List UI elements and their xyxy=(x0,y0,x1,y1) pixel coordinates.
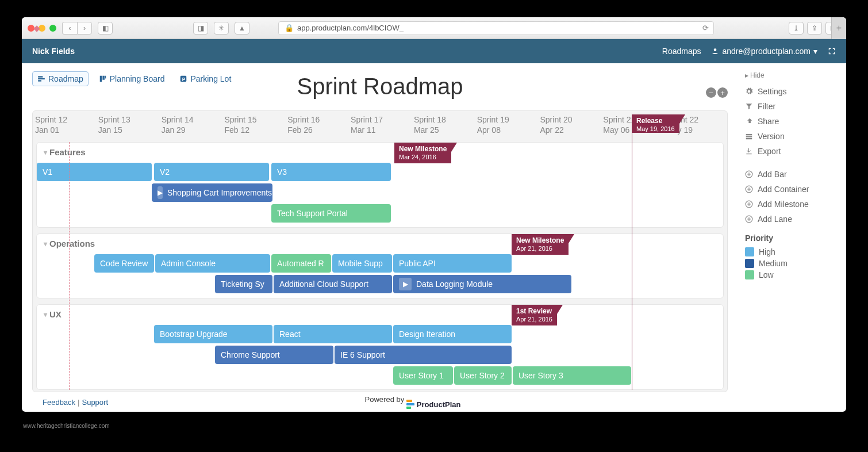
roadmap-bar[interactable]: Bootstrap Upgrade xyxy=(154,325,272,343)
sprint-header: Sprint 12Jan 01Sprint 13Jan 15Sprint 14J… xyxy=(33,111,727,139)
tab-parking-lot[interactable]: P Parking Lot xyxy=(175,72,236,86)
warning-icon[interactable]: ▲ xyxy=(235,22,249,35)
workspace-name: Nick Fields xyxy=(32,47,75,56)
new-tab-button[interactable]: + xyxy=(831,17,846,39)
bar-label: Tech Support Portal xyxy=(277,209,348,218)
svg-point-0 xyxy=(714,48,717,51)
extension-button[interactable]: ✳ xyxy=(214,22,229,35)
nav-roadmaps[interactable]: Roadmaps xyxy=(662,47,701,56)
lane-features: ▾ FeaturesNew MilestoneMar 24, 2016V1V2V… xyxy=(36,142,724,228)
bar-label: IE 6 Support xyxy=(340,350,385,359)
sprint-column: Sprint 20Apr 22 xyxy=(538,111,601,139)
sidebar-add-milestone[interactable]: Add Milestone xyxy=(745,197,838,212)
milestone[interactable]: New MilestoneApr 21, 2016 xyxy=(512,234,569,255)
roadmap-bar[interactable]: Tech Support Portal xyxy=(271,204,391,223)
roadmap-bar[interactable]: IE 6 Support xyxy=(335,346,512,364)
priority-legend-item: Medium xyxy=(745,258,838,269)
release-line xyxy=(632,114,632,390)
chevron-down-icon: ▾ xyxy=(44,311,47,319)
zoom-out-button[interactable]: − xyxy=(706,87,716,98)
svg-rect-3 xyxy=(38,80,41,81)
roadmap-bar[interactable]: Chrome Support xyxy=(215,346,333,364)
roadmap-bar[interactable]: Public API xyxy=(393,254,512,273)
parking-icon: P xyxy=(179,75,187,83)
bar-label: Public API xyxy=(399,259,436,268)
roadmap-bar[interactable]: Mobile Supp xyxy=(332,254,392,273)
tab-roadmap[interactable]: Roadmap xyxy=(32,71,89,86)
sidebar-version[interactable]: Version xyxy=(745,129,838,144)
milestone[interactable]: 1st ReviewApr 21, 2016 xyxy=(512,305,557,325)
roadmap-bar[interactable]: ▶Data Logging Module xyxy=(393,275,571,293)
lane-row: Tech Support Portal xyxy=(37,203,723,224)
bar-label: Ticketing Sy xyxy=(221,279,264,289)
roadmap-bar[interactable]: React xyxy=(274,325,392,343)
release-milestone[interactable]: Release May 19, 2016 xyxy=(632,114,679,133)
bar-label: Data Logging Module xyxy=(416,279,493,289)
sidebar-add-bar[interactable]: Add Bar xyxy=(745,167,838,182)
roadmap-bar[interactable]: V3 xyxy=(271,163,391,181)
chevron-down-icon: ▾ xyxy=(813,47,817,56)
lane-row: V1V2V3 xyxy=(37,162,723,182)
sprint-column: Sprint 14Jan 29 xyxy=(159,111,222,139)
bar-label: Code Review xyxy=(100,259,148,268)
sidebar-export[interactable]: Export xyxy=(745,144,838,159)
refresh-icon[interactable]: ⟳ xyxy=(702,24,709,32)
version-icon xyxy=(745,132,753,140)
address-bar[interactable]: 🔒 app.productplan.com/4lbCIOW_ ⟳ xyxy=(278,21,714,35)
milestone[interactable]: New MilestoneMar 24, 2016 xyxy=(394,143,451,163)
color-swatch xyxy=(745,259,754,268)
lane-header[interactable]: ▾ UX xyxy=(37,305,723,324)
roadmap-bar[interactable]: User Story 3 xyxy=(513,366,631,385)
lane-row: Ticketing SyAdditional Cloud Support▶Dat… xyxy=(37,274,723,294)
feedback-link[interactable]: Feedback xyxy=(43,398,75,407)
user-email: andre@productplan.com xyxy=(722,47,811,56)
lane-header[interactable]: ▾ Operations xyxy=(37,234,723,253)
roadmap-bar[interactable]: Design Iteration xyxy=(393,325,512,343)
sprint-column: Sprint 18Mar 25 xyxy=(412,111,475,139)
bar-label: User Story 3 xyxy=(519,371,563,380)
footer: Feedback | Support Powered by ProductPla… xyxy=(32,392,728,412)
hide-sidebar-button[interactable]: ▸ Hide xyxy=(745,71,838,79)
forward-button[interactable]: › xyxy=(77,22,92,35)
roadmap-bar[interactable]: V1 xyxy=(37,163,152,181)
roadmap-bar[interactable]: ▶Shopping Cart Improvements xyxy=(152,183,272,202)
sidebar-toggle-button[interactable]: ◧ xyxy=(98,22,113,35)
share-button[interactable]: ⇪ xyxy=(807,22,822,35)
sprint-column: Sprint 12Jan 01 xyxy=(33,111,96,139)
roadmap-bar[interactable]: V2 xyxy=(154,163,269,181)
sidebar-share[interactable]: Share xyxy=(745,114,838,129)
sprint-column: Sprint 13Jan 15 xyxy=(96,111,159,139)
roadmap-bar[interactable]: Ticketing Sy xyxy=(215,275,272,293)
lanes-container: Release May 19, 2016 ▾ FeaturesNew Miles… xyxy=(33,142,727,390)
roadmap-bar[interactable]: Additional Cloud Support xyxy=(274,275,392,293)
roadmap-bar[interactable]: User Story 1 xyxy=(393,366,453,385)
zoom-in-button[interactable]: + xyxy=(717,87,728,98)
user-menu[interactable]: andre@productplan.com ▾ xyxy=(711,47,817,56)
support-link[interactable]: Support xyxy=(82,398,108,407)
sidebar-settings[interactable]: Settings xyxy=(745,84,838,99)
bar-label: Additional Cloud Support xyxy=(279,279,368,289)
sprint-column: Sprint 15Feb 12 xyxy=(222,111,285,139)
sidebar-filter[interactable]: Filter xyxy=(745,99,838,114)
sidebar-add-lane[interactable]: Add Lane xyxy=(745,212,838,227)
svg-rect-5 xyxy=(102,76,105,80)
roadmap-bar[interactable]: User Story 2 xyxy=(454,366,512,385)
roadmap-bar[interactable]: Code Review xyxy=(94,254,154,273)
bar-label: User Story 2 xyxy=(460,371,505,380)
svg-rect-1 xyxy=(38,76,43,77)
roadmap-bar[interactable]: Admin Console xyxy=(155,254,270,273)
tab-planning-board[interactable]: Planning Board xyxy=(94,72,170,86)
back-button[interactable]: ‹ xyxy=(62,22,77,35)
app-header: Nick Fields Roadmaps andre@productplan.c… xyxy=(22,39,846,63)
lane-header[interactable]: ▾ Features xyxy=(37,143,723,162)
fullscreen-button[interactable] xyxy=(828,47,836,55)
timeline: Sprint 12Jan 01Sprint 13Jan 15Sprint 14J… xyxy=(32,110,728,392)
roadmap-bar[interactable]: Automated R xyxy=(271,254,331,273)
download-button[interactable]: ⤓ xyxy=(789,22,804,35)
maximize-window-icon[interactable] xyxy=(49,25,56,32)
reader-button[interactable]: ◨ xyxy=(193,22,208,35)
today-line xyxy=(69,142,70,390)
lane-operations: ▾ OperationsNew MilestoneApr 21, 2016Cod… xyxy=(36,233,724,298)
sprint-column: Sprint 19Apr 08 xyxy=(475,111,538,139)
sidebar-add-container[interactable]: Add Container xyxy=(745,182,838,197)
